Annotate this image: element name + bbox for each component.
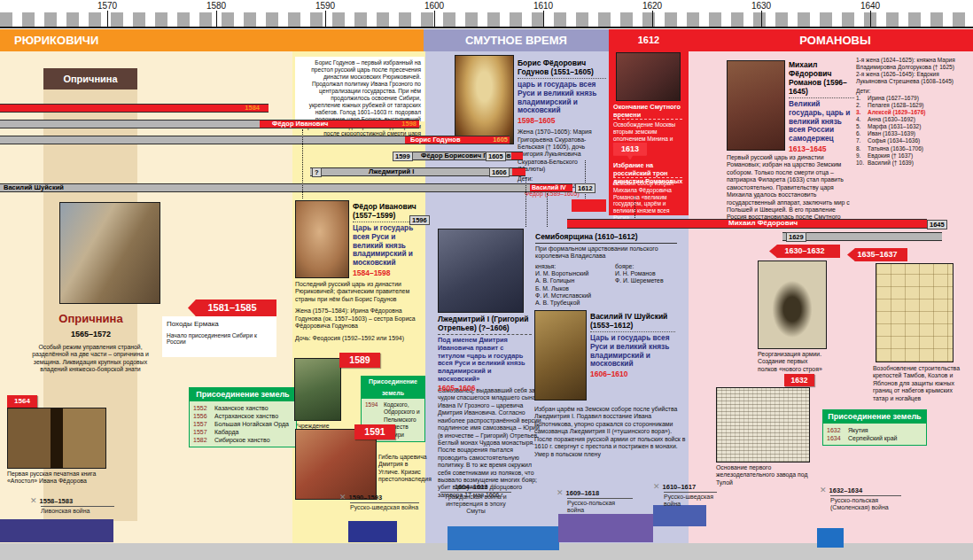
land-name: Казанское ханство: [214, 404, 269, 412]
war-marker-smolensk: ✕ 1632–1634 Русско-польская (Смоленская)…: [820, 486, 901, 511]
war-bar-smolensk: [817, 528, 844, 548]
badge-1632: 1632: [784, 374, 814, 386]
child-row: 5.Марфа (1631–1632): [856, 123, 968, 130]
falsedmitry-name: Лжедмитрий I (Григорий Отрепьев) (?–1606…: [438, 315, 532, 335]
falsedmitry-reign: 1605–1606: [438, 384, 532, 393]
boris-info-box: Борис Годунов – первый избранный на прес…: [295, 57, 424, 121]
war-cross-icon: ✕: [491, 482, 498, 491]
semiboyars-col1-title: князья:: [535, 263, 608, 269]
connector-dotted: [547, 193, 548, 227]
war-years: 1632–1634: [829, 486, 863, 494]
bar-falsedmitry-end-box: 1606: [489, 167, 510, 177]
land-year: 1552: [193, 404, 211, 412]
child-name: Иван (1633–1639): [868, 130, 915, 137]
bar-mikhail-reign: Михаил Фёдорович: [567, 219, 927, 229]
badge-1581-1585: 1581–1585: [188, 299, 276, 316]
land-year: 1557: [193, 420, 211, 428]
semiboyars-col2-title: бояре:: [615, 263, 677, 269]
connector-dotted: [525, 177, 526, 227]
child-name: Татьяна (1636–1706): [868, 145, 923, 152]
forts-map-image: [876, 263, 954, 362]
patriarch-image: [294, 358, 341, 421]
war-name: Русско-шведская война: [664, 492, 717, 508]
panel-1613-divider: [613, 177, 682, 178]
child-row: 1.Ирина (1627–1679): [856, 95, 968, 102]
war-bar-polish-1609: [558, 514, 653, 542]
semiboyars-boyar: И. Н. Романов: [615, 270, 677, 277]
child-row: 6.Иван (1633–1639): [856, 130, 968, 137]
war-marker-civil: 1604–1613 ✕ Гражданская война и интервен…: [440, 482, 511, 515]
ruler-tick: [543, 11, 544, 27]
forts-caption: Возобновление строительства крепостей Та…: [873, 365, 964, 402]
boris-name: Борис Фёдорович Годунов (1551–1605): [518, 58, 606, 79]
war-years: 1610–1617: [663, 483, 697, 491]
ruler: 1570 1580 1590 1600 1610 1620 1630 1640: [0, 0, 973, 29]
bar-fedor-label: Фёдор Иванович: [272, 121, 328, 128]
ruler-year-label: 1570: [90, 1, 125, 11]
semiboyars-boyar: Ф. И. Шереметев: [615, 277, 677, 284]
child-row: 4.Анна (1630–1692): [856, 116, 968, 123]
child-name: Пелагея (1628–1629): [868, 102, 924, 109]
panel-1613-text: Земский собор избрал Михаила Фёдоровича …: [613, 180, 686, 222]
bar-boris-reign: Борис Годунов 1605: [405, 136, 510, 144]
war-marker-livonian: ✕ 1558–1583 Ливонская война: [30, 496, 114, 515]
land-name: Кабарда: [214, 428, 238, 436]
ruler-year-label: 1640: [852, 1, 888, 11]
child-number: 8.: [856, 145, 868, 152]
era-rurik-label: РЮРИКОВИЧИ: [14, 34, 98, 47]
lands-box-3: Присоединение земель 1632Якутия 1634Серп…: [822, 409, 927, 446]
fedor-notes: Последний русский царь из династии Рюрик…: [295, 281, 425, 342]
child-number: 3.: [856, 109, 868, 116]
mikhail-portrait-image: [727, 60, 785, 151]
bar-fedor-pre: [0, 120, 260, 128]
boris-title: царь и государь всея Руси и великий княз…: [518, 81, 606, 115]
apostol-book-image: [7, 408, 106, 469]
oprichnina-title: Опричнина: [18, 312, 164, 325]
mikhail-name: Михаил Фёдорович Романов (1596–1645): [789, 60, 854, 98]
ruler-checker-band: [0, 12, 973, 27]
land-year: 1632: [827, 426, 845, 434]
semiboyars-knyaz: Ф. И. Мстиславский: [535, 292, 608, 299]
war-years: 1558–1583: [40, 497, 74, 505]
semiboyars-knyaz: И. М. Воротынский: [535, 270, 608, 277]
semiboyars-subtitle: При формальном царствовании польского ко…: [535, 245, 677, 261]
bar-mikhail-end-box: 1645: [927, 220, 947, 229]
uglich-caption: Гибель царевича Дмитрия в Угличе. Кризис…: [378, 454, 427, 484]
boris-card: Борис Фёдорович Годунов (1551–1605) царь…: [518, 58, 606, 198]
badge-1591: 1591: [354, 424, 395, 439]
land-year: 1557: [193, 428, 211, 436]
semiboyars-block: Семибоярщина (1610–1612) При формальном …: [535, 232, 677, 307]
boris-portrait-image: [455, 55, 514, 144]
war-marker-swedish-1610: ✕ 1610–1617 Русско-шведская война: [653, 482, 717, 508]
tula-caption: Основание первого железоделательного зав…: [716, 464, 813, 486]
child-name: Ирина (1627–1679): [868, 95, 919, 102]
badge-1564: 1564: [7, 395, 37, 408]
connector-dotted: [634, 196, 635, 218]
war-marker-swedish-1590: ✕ 1590–1593 Русско-шведская война: [339, 493, 419, 511]
child-number: 2.: [856, 102, 868, 109]
semiboyars-title: Семибоярщина (1610–1612): [535, 232, 677, 244]
child-number: 4.: [856, 116, 868, 123]
land-name: Серпейский край: [848, 434, 898, 442]
army-caption: Реорганизация армии. Создание первых пол…: [758, 351, 829, 373]
bar-fedor-reign: Фёдор Иванович 1598: [260, 120, 419, 128]
era-smuta-label: СМУТНОЕ ВРЕМЯ: [465, 34, 567, 47]
child-row: 10.Василий († 1639): [856, 159, 968, 167]
child-row: 7.Софья (1634–1636): [856, 137, 968, 144]
war-name: Русско-польская война: [567, 498, 633, 514]
bar-vasily-pre: Василий Шуйский: [0, 183, 530, 192]
era-band-rurik: РЮРИКОВИЧИ: [0, 29, 424, 51]
ruler-tick: [761, 11, 762, 27]
oprichnina-header-box: Опричнина: [43, 68, 137, 89]
oprichnina-painting-image: [59, 202, 160, 304]
mikhail-family-list: 1-я жена (1624–1625): княжна Мария Влади…: [856, 57, 968, 167]
war-bar-swedish-1610: [653, 505, 706, 526]
bar-fedor2-end-box: 1605: [486, 152, 506, 161]
ruler-baseline: [0, 27, 973, 28]
falsedmitry-portrait-image: [438, 229, 524, 313]
war-name: Ливонская война: [41, 506, 114, 515]
bar-ivan-end-year: 1584: [245, 105, 260, 112]
panel-1612-title: Окончание Смутного времени: [613, 104, 684, 120]
falsedmitry-title: Под именем Дмитрия Ивановича правит с ти…: [438, 337, 532, 383]
panel-1612-year: 1612: [609, 29, 689, 51]
